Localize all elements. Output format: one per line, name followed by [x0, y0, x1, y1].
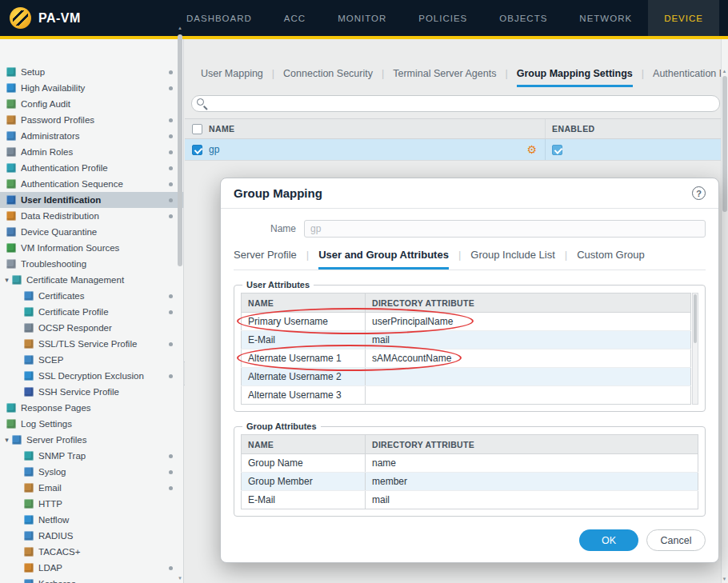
tab-user-mapping[interactable]: User Mapping: [201, 68, 263, 85]
table-scrollbar[interactable]: [692, 293, 698, 405]
sidebar-item-certificate-profile[interactable]: Certificate Profile: [0, 304, 183, 320]
nav-item-dashboard[interactable]: DASHBOARD: [170, 0, 268, 36]
search-input[interactable]: [191, 95, 720, 112]
sidebar-item-ldap[interactable]: LDAP: [0, 560, 183, 576]
sidebar-item-response-pages[interactable]: Response Pages: [0, 400, 183, 416]
tab-connection-security[interactable]: Connection Security: [283, 68, 373, 85]
attribute-row-e-mail[interactable]: E-Mailmail: [242, 491, 698, 509]
content-scrollbar[interactable]: ▲ ▼: [721, 39, 728, 583]
attribute-row-e-mail[interactable]: E-Mailmail: [242, 331, 691, 349]
nav-item-monitor[interactable]: MONITOR: [322, 0, 402, 36]
sidebar-item-high-availability[interactable]: High Availability: [0, 80, 183, 96]
attribute-row-alternate-username-2[interactable]: Alternate Username 2: [242, 368, 691, 386]
tab-authentication-portal[interactable]: Authentication Portal: [653, 68, 721, 85]
attribute-row-group-member[interactable]: Group Membermember: [242, 473, 698, 491]
enabled-checkbox[interactable]: [552, 145, 562, 155]
row-select-checkbox[interactable]: [192, 145, 202, 155]
ok-button[interactable]: OK: [579, 529, 638, 551]
sidebar-item-label: TACACS+: [38, 547, 173, 557]
submenu-dot-icon: [169, 166, 173, 170]
sidebar-item-server-profiles[interactable]: ▾Server Profiles: [0, 432, 183, 448]
scroll-down-icon[interactable]: ▼: [721, 576, 728, 583]
attr-name-column-header: NAME: [242, 435, 366, 454]
attribute-row-primary-username[interactable]: Primary UsernameuserPrincipalName: [242, 313, 691, 331]
chevron-down-icon[interactable]: ▾: [2, 276, 12, 284]
sidebar-scrollbar-thumb[interactable]: [178, 34, 182, 266]
sidebar-item-certificate-management[interactable]: ▾Certificate Management: [0, 272, 183, 288]
sidebar-item-tacacs[interactable]: TACACS+: [0, 544, 183, 560]
select-all-checkbox[interactable]: [192, 124, 202, 134]
certificate-icon: [24, 291, 34, 301]
tab-terminal-server-agents[interactable]: Terminal Server Agents: [393, 68, 496, 85]
help-icon[interactable]: ?: [692, 186, 706, 200]
attribute-row-group-name[interactable]: Group Namename: [242, 454, 698, 473]
sidebar-item-user-identification[interactable]: User Identification: [0, 192, 183, 208]
group-mapping-name-link[interactable]: gp: [209, 144, 219, 155]
chevron-down-icon[interactable]: ▾: [2, 436, 12, 444]
directory-attribute-cell[interactable]: [366, 368, 691, 386]
submenu-dot-icon: [169, 310, 173, 314]
name-column-header[interactable]: NAME: [209, 124, 545, 134]
tab-group-include-list[interactable]: Group Include List: [470, 249, 555, 267]
nav-item-policies[interactable]: POLICIES: [402, 0, 483, 36]
tab-user-and-group-attributes[interactable]: User and Group Attributes: [318, 249, 449, 270]
scroll-down-icon[interactable]: ▼: [177, 575, 183, 581]
attribute-row-alternate-username-3[interactable]: Alternate Username 3: [242, 386, 691, 405]
sidebar-item-data-redistribution[interactable]: Data Redistribution: [0, 208, 183, 224]
tab-custom-group[interactable]: Custom Group: [577, 249, 645, 267]
scroll-up-icon[interactable]: ▲: [177, 25, 183, 31]
attr-name-cell: Alternate Username 3: [242, 386, 366, 405]
sidebar-scrollbar[interactable]: ▲ ▼: [177, 25, 183, 581]
directory-attribute-cell[interactable]: sAMAccountName: [366, 349, 691, 368]
tab-server-profile[interactable]: Server Profile: [234, 249, 297, 267]
attribute-row-alternate-username-1[interactable]: Alternate Username 1sAMAccountName: [242, 349, 691, 368]
sidebar-item-kerberos[interactable]: Kerberos: [0, 576, 183, 583]
directory-attribute-cell[interactable]: mail: [366, 491, 698, 509]
sidebar-item-ssl-tls-service-profile[interactable]: SSL/TLS Service Profile: [0, 336, 183, 352]
sidebar-item-authentication-sequence[interactable]: Authentication Sequence: [0, 176, 183, 192]
sidebar-item-ocsp-responder[interactable]: OCSP Responder: [0, 320, 183, 336]
sidebar-item-vm-information-sources[interactable]: VM Information Sources: [0, 240, 183, 256]
tab-separator: |: [505, 68, 507, 79]
directory-attribute-column-header: DIRECTORY ATTRIBUTE: [366, 435, 698, 454]
sidebar-item-certificates[interactable]: Certificates: [0, 288, 183, 304]
nav-item-objects[interactable]: OBJECTS: [483, 0, 563, 36]
sidebar-item-log-settings[interactable]: Log Settings: [0, 416, 183, 432]
sidebar-item-troubleshooting[interactable]: Troubleshooting: [0, 256, 183, 272]
sidebar-item-radius[interactable]: RADIUS: [0, 528, 183, 544]
directory-attribute-cell[interactable]: name: [366, 454, 698, 473]
sidebar-item-admin-roles[interactable]: Admin Roles: [0, 144, 183, 160]
scep-icon: [24, 355, 34, 365]
sidebar-item-snmp-trap[interactable]: SNMP Trap: [0, 448, 183, 464]
directory-attribute-cell[interactable]: mail: [366, 331, 691, 349]
nav-item-device[interactable]: DEVICE: [648, 0, 719, 36]
directory-attribute-cell[interactable]: [366, 386, 691, 405]
content-scrollbar-thumb[interactable]: [722, 76, 727, 212]
directory-attribute-cell[interactable]: member: [366, 473, 698, 491]
scroll-up-icon[interactable]: ▲: [721, 68, 728, 75]
sidebar-item-device-quarantine[interactable]: Device Quarantine: [0, 224, 183, 240]
sidebar-item-config-audit[interactable]: Config Audit: [0, 96, 183, 112]
nav-item-acc[interactable]: ACC: [268, 0, 322, 36]
sidebar-item-netflow[interactable]: Netflow: [0, 512, 183, 528]
sidebar-item-http[interactable]: HTTP: [0, 496, 183, 512]
gear-icon[interactable]: ⚙: [526, 144, 545, 155]
sidebar-item-ssh-service-profile[interactable]: SSH Service Profile: [0, 384, 183, 400]
sidebar-item-authentication-profile[interactable]: Authentication Profile: [0, 160, 183, 176]
kerberos-icon: [24, 579, 34, 583]
sidebar-item-email[interactable]: Email: [0, 480, 183, 496]
nav-item-network[interactable]: NETWORK: [563, 0, 648, 36]
sidebar-item-setup[interactable]: Setup: [0, 64, 183, 80]
tab-group-mapping-settings[interactable]: Group Mapping Settings: [517, 68, 633, 87]
table-scrollbar-thumb[interactable]: [694, 294, 697, 343]
sidebar-item-syslog[interactable]: Syslog: [0, 464, 183, 480]
directory-attribute-cell[interactable]: userPrincipalName: [366, 313, 691, 331]
sidebar-item-ssl-decryption-exclusion[interactable]: SSL Decryption Exclusion: [0, 368, 183, 384]
sidebar-item-scep[interactable]: SCEP: [0, 352, 183, 368]
administrator-user-icon: [6, 131, 16, 141]
sidebar-item-administrators[interactable]: Administrators: [0, 128, 183, 144]
table-row[interactable]: gp ⚙: [185, 139, 728, 161]
cancel-button[interactable]: Cancel: [646, 529, 706, 551]
sidebar-item-password-profiles[interactable]: Password Profiles: [0, 112, 183, 128]
enabled-column-header[interactable]: ENABLED: [545, 119, 728, 138]
